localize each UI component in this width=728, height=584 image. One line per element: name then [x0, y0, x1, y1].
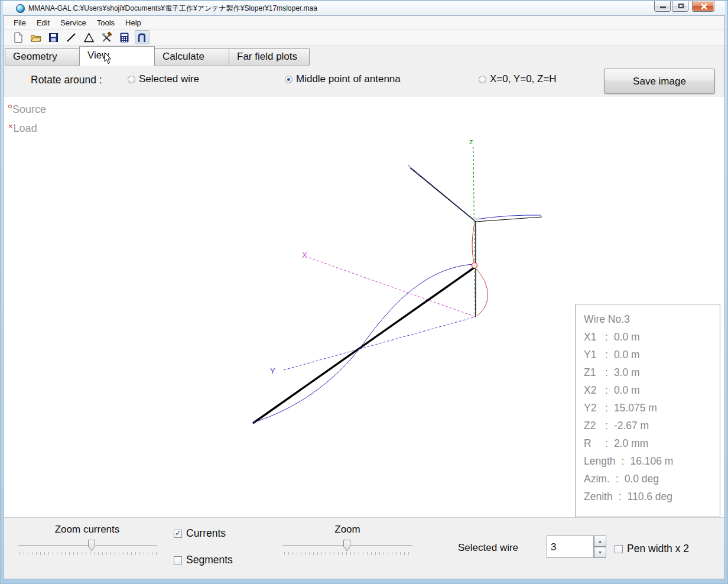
wire-info-row: Z2:-2.67 m [584, 417, 720, 434]
zoom-label: Zoom [282, 524, 412, 536]
save-file-button[interactable] [46, 30, 61, 44]
radio-icon-selected [285, 76, 292, 83]
menu-item-edit[interactable]: Edit [31, 17, 55, 29]
axis-z-line [473, 147, 475, 316]
menu-item-tools[interactable]: Tools [92, 17, 120, 29]
wire-info-panel: Wire No.3 X1:0.0 m Y1:0.0 m Z1:3.0 m X2:… [575, 304, 720, 517]
menu-item-help[interactable]: Help [120, 17, 147, 29]
slider-track[interactable] [18, 545, 157, 546]
client-area: File Edit Service Tools Help [3, 15, 725, 579]
wire-top-left [410, 168, 476, 222]
tabstrip: Geometry View Calculate Far field plots [4, 46, 724, 66]
wire-info-title: Wire No.3 [584, 310, 720, 328]
checkbox-unchecked-icon: ✓ [615, 545, 623, 553]
window-controls [654, 1, 714, 12]
open-folder-icon [30, 31, 42, 44]
close-button[interactable] [692, 1, 714, 12]
zoom-slider[interactable] [282, 539, 412, 553]
radio-icon [128, 76, 135, 83]
current-curve-top-left [408, 165, 473, 219]
zoom-slider-thumb[interactable] [343, 540, 350, 551]
save-image-button[interactable]: Save image [604, 69, 715, 94]
rotate-around-bar: Rotate around : Selected wire Middle poi… [4, 66, 724, 97]
currents-checkbox[interactable]: ✓ Currents [174, 527, 226, 540]
mouse-cursor [104, 53, 112, 64]
open-file-button[interactable] [28, 30, 43, 44]
save-icon [47, 31, 60, 44]
minimize-button[interactable] [654, 1, 671, 12]
antenna-view-canvas[interactable]: Source × Load z X Y [4, 97, 724, 517]
radio-middle-point[interactable]: Middle point of antenna [285, 73, 401, 85]
bottom-controls-bar: Zoom currents ✓ Currents ✓ Segments Zoom… [4, 517, 724, 579]
selected-wire-label: Selected wire [458, 542, 518, 554]
spin-down-icon: ▼ [598, 550, 602, 554]
radio-selected-wire[interactable]: Selected wire [128, 73, 199, 85]
axis-z-label: z [469, 137, 473, 146]
checkbox-unchecked-icon: ✓ [174, 556, 182, 564]
wire-info-row: R:2.0 mm [584, 434, 720, 452]
wire-spin-up-button[interactable]: ▲ [594, 536, 606, 547]
radio-xyz[interactable]: X=0, Y=0, Z=H [479, 73, 557, 85]
wire-info-row: X1:0.0 m [584, 328, 720, 346]
calculator-icon [118, 31, 131, 44]
element-edit-button[interactable] [82, 30, 96, 44]
spin-up-icon: ▲ [598, 539, 602, 543]
rotate-around-label: Rotate around : [31, 74, 102, 86]
wire-info-row: Length:16.106 m [584, 452, 720, 470]
wire-info-row: Z1:3.0 m [584, 364, 720, 381]
tab-far-field-plots[interactable]: Far field plots [229, 48, 310, 66]
tab-calculate[interactable]: Calculate [154, 48, 229, 66]
window-title: MMANA-GAL C:¥Users¥shoji¥Documents¥電子工作¥… [28, 4, 317, 14]
close-icon [701, 4, 707, 9]
zoom-currents-slider-thumb[interactable] [88, 540, 95, 551]
wire-info-row: Y1:0.0 m [584, 346, 720, 364]
menu-item-service[interactable]: Service [55, 17, 91, 29]
zoom-currents-slider[interactable] [18, 539, 157, 553]
wire-edit-button[interactable] [64, 30, 79, 44]
pen-width-checkbox[interactable]: ✓ Pen width x 2 [615, 543, 689, 555]
axis-x-label: X [302, 251, 307, 259]
wire-info-row: Y2:15.075 m [584, 399, 720, 417]
wire-info-row: Azim.:0.0 deg [584, 470, 720, 488]
new-file-button[interactable] [11, 30, 25, 44]
app-window: MMANA-GAL C:¥Users¥shoji¥Documents¥電子工作¥… [0, 0, 728, 584]
triangle-tool-icon [83, 31, 95, 44]
checkbox-checked-icon: ✓ [174, 530, 182, 538]
current-curve-vertical-lower [476, 269, 488, 316]
line-tool-icon [65, 31, 77, 44]
far-field-plot-button[interactable] [135, 30, 150, 44]
current-curve-right [476, 215, 541, 219]
wire-spin-down-button[interactable]: ▼ [594, 547, 606, 558]
titlebar[interactable]: MMANA-GAL C:¥Users¥shoji¥Documents¥電子工作¥… [3, 1, 725, 15]
app-icon [16, 4, 25, 13]
tab-geometry[interactable]: Geometry [5, 48, 80, 66]
selected-wire-input[interactable] [547, 536, 594, 558]
menu-item-file[interactable]: File [8, 17, 31, 29]
wire-info-row: Zenith:110.6 deg [584, 488, 720, 505]
tab-view[interactable]: View [79, 46, 155, 66]
selected-wire-3[interactable] [253, 267, 476, 423]
slider-ticks [20, 552, 157, 555]
zoom-currents-label: Zoom currents [18, 524, 157, 536]
maximize-icon [678, 4, 684, 8]
slider-ticks [284, 552, 412, 555]
segments-checkbox[interactable]: ✓ Segments [174, 554, 233, 566]
source-point-marker [472, 263, 477, 268]
new-file-icon [12, 31, 24, 44]
radio-icon [479, 76, 486, 83]
wire-info-row: X2:0.0 m [584, 381, 720, 399]
hammer-wrench-icon [100, 31, 113, 44]
setup-button[interactable] [99, 30, 114, 44]
calculate-button[interactable] [117, 30, 132, 44]
minimize-icon [660, 7, 666, 8]
far-field-plot-icon [136, 31, 148, 44]
axis-y-line [284, 317, 476, 370]
wire-right [476, 217, 542, 222]
toolbar [4, 30, 724, 46]
menubar: File Edit Service Tools Help [4, 16, 724, 30]
maximize-button[interactable] [672, 1, 688, 12]
axis-y-label: Y [270, 366, 275, 375]
